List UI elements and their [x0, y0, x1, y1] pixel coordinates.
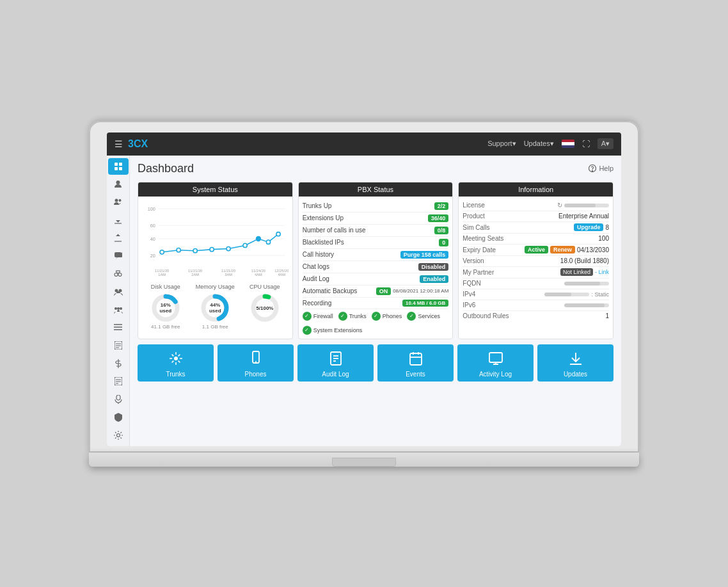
- backups-on-badge: ON: [376, 287, 392, 295]
- recording-value: 10.4 MB / 6.0 GB: [402, 300, 448, 307]
- information-header: Information: [459, 182, 613, 197]
- svg-text:11/24/20: 11/24/20: [251, 268, 265, 272]
- auditlog-label: Audit Log: [322, 371, 349, 378]
- info-row-fqdn: FQDN: [463, 278, 609, 289]
- main-layout: Dashboard Help: [107, 156, 621, 446]
- svg-text:4AM: 4AM: [278, 273, 285, 277]
- updates-label: Updates: [564, 371, 587, 378]
- pbx-status-panel: PBX Status Trunks Up 2/2 Extensions Up: [298, 182, 454, 339]
- svg-rect-0: [115, 163, 118, 166]
- activitylog-label: Activity Log: [479, 371, 512, 378]
- svg-rect-30: [116, 395, 120, 400]
- page-header: Dashboard Help: [138, 162, 613, 175]
- events-icon: [408, 351, 423, 368]
- svg-point-16: [117, 307, 120, 310]
- check-services: ✓ Services: [407, 312, 440, 321]
- system-chart: 100 60 40 20: [142, 200, 289, 277]
- trunks-check-icon: ✓: [338, 312, 347, 321]
- user-button[interactable]: A▾: [597, 138, 613, 149]
- sidebar-item-contacts[interactable]: [108, 194, 129, 211]
- fqdn-value: [564, 282, 609, 285]
- svg-point-51: [276, 232, 280, 236]
- svg-point-10: [115, 273, 118, 277]
- action-activitylog[interactable]: Activity Log: [457, 344, 534, 382]
- backups-value: ON 08/08/2021 12:00:18 AM: [376, 287, 449, 295]
- meeting-value: 100: [598, 235, 609, 242]
- system-status-panel: System Status: [138, 182, 293, 339]
- activitylog-icon: [488, 351, 503, 368]
- sidebar-item-security[interactable]: [108, 409, 129, 426]
- sidebar-item-settings[interactable]: [108, 427, 129, 444]
- disk-donut: 16% used: [150, 292, 182, 324]
- sidebar-item-chat[interactable]: [108, 248, 129, 264]
- sidebar-item-list[interactable]: [108, 319, 129, 336]
- firewall-check-icon: ✓: [303, 312, 312, 321]
- sidebar-item-dashboard[interactable]: [108, 158, 129, 175]
- sidebar-item-billing[interactable]: [108, 355, 129, 372]
- svg-point-4: [116, 181, 120, 184]
- sidebar-item-users[interactable]: [108, 176, 129, 193]
- sidebar-item-upload[interactable]: [108, 230, 129, 246]
- menu-icon[interactable]: ☰: [115, 139, 123, 149]
- pbx-status-header: PBX Status: [299, 182, 453, 197]
- sidebar-item-multigroup[interactable]: [108, 302, 129, 318]
- refresh-icon[interactable]: ↻: [557, 202, 562, 209]
- pbx-row-callhistory: Call history Purge 158 calls: [303, 249, 449, 261]
- sidebar-item-groups[interactable]: [108, 284, 129, 300]
- action-phones[interactable]: Phones: [218, 344, 294, 382]
- cpu-usage: CPU Usage 5/100%: [241, 284, 289, 330]
- trunks-icon: [168, 351, 184, 368]
- sidebar-item-download[interactable]: [108, 212, 129, 229]
- info-row-simcalls: Sim Calls Upgrade 8: [463, 222, 609, 234]
- svg-point-50: [266, 240, 270, 244]
- svg-point-68: [174, 357, 178, 360]
- updates-button[interactable]: Updates▾: [524, 140, 554, 148]
- chart-svg: 100 60 40 20: [142, 200, 289, 277]
- system-status-body: 100 60 40 20: [138, 197, 292, 336]
- renew-badge[interactable]: Renew: [550, 246, 575, 253]
- svg-rect-1: [119, 163, 122, 166]
- extensions-badge: 36/40: [428, 214, 449, 222]
- action-events[interactable]: Events: [377, 344, 454, 382]
- svg-point-44: [177, 248, 180, 252]
- partner-value: Not Linked - Link: [560, 268, 609, 276]
- partner-link[interactable]: - Link: [595, 269, 609, 275]
- check-phones: ✓ Phones: [372, 312, 402, 321]
- svg-point-46: [210, 247, 214, 251]
- svg-point-15: [115, 307, 117, 310]
- system-status-header: System Status: [138, 182, 292, 197]
- ipv6-value: [564, 303, 609, 307]
- callhistory-badge[interactable]: Purge 158 calls: [400, 251, 449, 259]
- svg-point-49: [256, 236, 260, 241]
- memory-usage: Memory Usage 44% used: [192, 284, 239, 330]
- usage-meters: Disk Usage 16% used: [142, 281, 289, 332]
- auditlog-badge: Enabled: [420, 275, 448, 283]
- info-row-expiry: Expiry Date Active Renew 04/13/2030: [463, 245, 609, 256]
- upgrade-badge[interactable]: Upgrade: [574, 223, 604, 231]
- blacklisted-badge: 0: [439, 239, 448, 246]
- pbx-checks: ✓ Firewall ✓ Trunks ✓: [303, 309, 449, 335]
- help-button[interactable]: Help: [589, 165, 613, 172]
- dashboard-grid: System Status: [138, 182, 613, 339]
- fullscreen-icon[interactable]: ⛶: [582, 140, 590, 149]
- svg-point-34: [592, 170, 593, 171]
- action-updates[interactable]: Updates: [537, 344, 613, 382]
- product-value: Enterprise Annual: [558, 213, 609, 220]
- sidebar-item-reports[interactable]: [108, 337, 129, 354]
- sidebar-item-log[interactable]: [108, 373, 129, 390]
- sidebar-item-audio[interactable]: [108, 391, 129, 408]
- flag-icon[interactable]: [562, 140, 574, 148]
- info-row-version: Version 18.0 (Build 1880): [463, 256, 609, 267]
- svg-text:2AM: 2AM: [191, 273, 199, 277]
- svg-text:1AM: 1AM: [158, 273, 166, 277]
- license-value: ↻: [557, 202, 609, 209]
- support-button[interactable]: Support▾: [487, 140, 516, 148]
- action-auditlog[interactable]: Audit Log: [297, 344, 374, 382]
- sidebar-item-voicemail[interactable]: [108, 266, 129, 282]
- info-row-ipv4: IPv4 : Static: [463, 289, 609, 300]
- expiry-value: Active Renew 04/13/2030: [525, 246, 609, 253]
- svg-point-5: [115, 199, 118, 202]
- action-trunks[interactable]: Trunks: [138, 344, 214, 382]
- trackpad: [332, 458, 396, 467]
- outbound-value: 1: [605, 312, 609, 319]
